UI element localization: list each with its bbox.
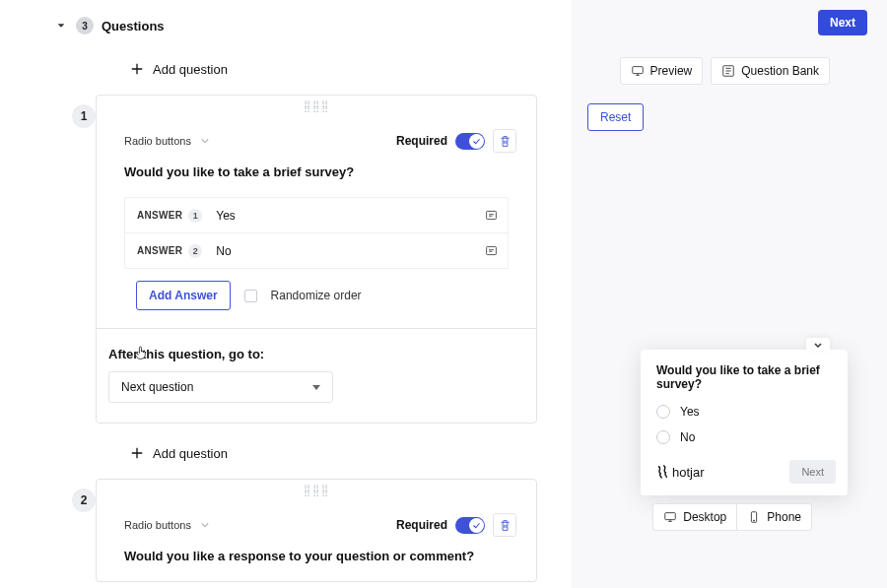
randomize-label: Randomize order — [271, 289, 362, 302]
randomize-checkbox[interactable] — [244, 290, 257, 302]
answers-list: ANSWER 1 Yes ANSWER 2 No — [124, 197, 509, 269]
plus-icon — [129, 61, 145, 77]
widget-question: Would you like to take a brief survey? — [641, 350, 848, 399]
page-title: Questions — [102, 19, 165, 33]
dropdown-icon — [312, 385, 320, 390]
delete-question-button[interactable] — [493, 129, 516, 153]
hotjar-icon — [654, 465, 668, 479]
answer-text[interactable]: Yes — [216, 209, 484, 223]
answer-number: 2 — [188, 244, 202, 258]
add-question-label: Add question — [153, 62, 228, 77]
hotjar-brand: hotjar — [654, 465, 705, 480]
required-toggle[interactable] — [455, 133, 485, 150]
question-card: ⠿⠿⠿⠿⠿⠿ Radio buttons Required — [96, 479, 537, 582]
question-number-badge: 1 — [72, 104, 96, 128]
question-bank-button[interactable]: Question Bank — [711, 57, 830, 85]
goto-select[interactable]: Next question — [108, 371, 333, 403]
chevron-down-icon — [201, 136, 211, 146]
add-question-middle[interactable]: Add question — [44, 424, 572, 479]
svg-rect-4 — [665, 513, 676, 520]
monitor-icon — [631, 64, 645, 78]
question-number-badge: 2 — [72, 489, 96, 512]
widget-option[interactable]: Yes — [641, 399, 848, 425]
branch-icon[interactable] — [484, 244, 498, 258]
preview-button[interactable]: Preview — [620, 57, 704, 85]
drag-handle[interactable]: ⠿⠿⠿⠿⠿⠿ — [97, 96, 536, 119]
required-label: Required — [396, 518, 447, 532]
drag-handle[interactable]: ⠿⠿⠿⠿⠿⠿ — [97, 480, 536, 503]
add-question-label: Add question — [153, 446, 228, 461]
add-question-top[interactable]: Add question — [44, 39, 572, 95]
svg-rect-2 — [632, 67, 643, 74]
required-label: Required — [396, 134, 447, 148]
preview-widget: Would you like to take a brief survey? Y… — [641, 350, 848, 495]
add-answer-button[interactable]: Add Answer — [136, 281, 231, 310]
branch-icon[interactable] — [484, 209, 498, 223]
svg-rect-1 — [486, 246, 496, 254]
desktop-icon — [663, 510, 677, 524]
question-type-select[interactable]: Radio buttons — [124, 135, 211, 147]
radio-icon — [656, 405, 670, 419]
question-card: ⠿⠿⠿⠿⠿⠿ Radio buttons Required — [96, 95, 537, 424]
question-text[interactable]: Would you like to take a brief survey? — [97, 161, 536, 197]
svg-rect-0 — [486, 211, 496, 219]
question-type-label: Radio buttons — [124, 135, 191, 147]
widget-option[interactable]: No — [641, 425, 848, 450]
widget-next-button[interactable]: Next — [789, 460, 836, 484]
after-question-label: After this question, go to: — [97, 347, 536, 371]
plus-icon — [129, 445, 145, 461]
hand-cursor-icon — [133, 345, 149, 363]
answer-number: 1 — [188, 209, 202, 223]
phone-icon — [747, 510, 761, 524]
reset-button[interactable]: Reset — [587, 103, 644, 131]
grip-icon: ⠿⠿⠿⠿⠿⠿ — [304, 487, 330, 496]
answer-label: ANSWER — [137, 210, 182, 221]
answer-row[interactable]: ANSWER 1 Yes — [125, 198, 508, 233]
answer-text[interactable]: No — [216, 244, 484, 258]
step-badge: 3 — [76, 17, 94, 34]
question-text[interactable]: Would you like a response to your questi… — [97, 545, 536, 581]
desktop-button[interactable]: Desktop — [653, 504, 736, 530]
required-toggle[interactable] — [455, 517, 485, 534]
answer-label: ANSWER — [137, 245, 182, 256]
delete-question-button[interactable] — [493, 513, 516, 537]
device-switch: Desktop Phone — [652, 503, 812, 531]
svg-point-6 — [754, 520, 755, 521]
grip-icon: ⠿⠿⠿⠿⠿⠿ — [304, 102, 330, 112]
answer-row[interactable]: ANSWER 2 No — [125, 233, 508, 269]
phone-button[interactable]: Phone — [736, 504, 811, 530]
chevron-down-icon — [201, 520, 211, 530]
collapse-icon[interactable] — [54, 19, 68, 33]
next-button[interactable]: Next — [818, 10, 867, 35]
question-type-select[interactable]: Radio buttons — [124, 519, 211, 531]
radio-icon — [656, 430, 670, 444]
question-type-label: Radio buttons — [124, 519, 191, 531]
goto-value: Next question — [121, 380, 193, 394]
widget-collapse-tab[interactable] — [806, 338, 830, 352]
list-icon — [721, 64, 735, 78]
